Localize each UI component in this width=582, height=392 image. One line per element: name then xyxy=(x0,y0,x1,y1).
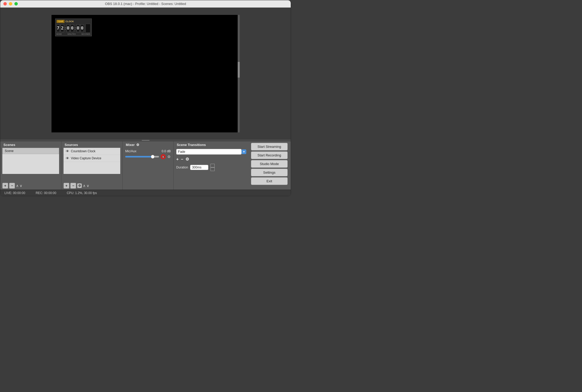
mixer-panel-body: Mic/Aux 0.0 dB 🔇 ⚙ xyxy=(123,148,173,190)
scenes-move-down-button[interactable]: ∨ xyxy=(20,184,22,188)
mute-icon-0: 🔇 xyxy=(162,155,165,158)
sources-move-up-button[interactable]: ∧ xyxy=(83,184,85,188)
scenes-panel-body: Scene xyxy=(0,148,61,182)
clock-bottom-labels: MODE MINUTES SECONDS xyxy=(56,33,90,35)
duration-row: Duration ▲ ▼ xyxy=(176,164,246,171)
sources-panel: Sources 👁 Countdown Clock 👁 Video Captur… xyxy=(61,141,123,190)
start-recording-button[interactable]: Start Recording xyxy=(251,151,288,159)
clock-digit-m1: 0 xyxy=(66,24,70,32)
mixer-settings-icon[interactable]: ⚙ xyxy=(136,143,139,147)
sources-title: Sources xyxy=(65,143,78,147)
mixer-channel-header-0: Mic/Aux 0.0 dB xyxy=(125,149,171,153)
source-item-0[interactable]: 👁 Countdown Clock xyxy=(64,148,120,155)
sources-settings-button[interactable]: ⚙ xyxy=(77,183,82,188)
preview-area: 72HR CLOCK 7 2 : 0 0 : 0 0 xyxy=(0,8,291,139)
mixer-panel-header: Mixer ⚙ xyxy=(123,141,173,148)
transition-select-row: Fade Cut Swipe Slide ▾ xyxy=(176,149,246,155)
rec-status: REC: 00:00:00 xyxy=(36,191,56,195)
eye-icon-0: 👁 xyxy=(66,149,69,153)
scene-item[interactable]: Scene xyxy=(2,148,59,154)
mixer-channel-0: Mic/Aux 0.0 dB 🔇 ⚙ xyxy=(123,148,173,161)
sources-panel-body: 👁 Countdown Clock 👁 Video Capture Device xyxy=(61,148,122,182)
clock-header: 72HR CLOCK xyxy=(56,20,90,23)
scenes-add-button[interactable]: + xyxy=(2,183,8,189)
mixer-volume-slider-0[interactable] xyxy=(125,156,159,157)
panels-row: Scenes Scene + − ∧ ∨ Sources xyxy=(0,141,291,190)
clock-digits: 7 2 : 0 0 : 0 0 xyxy=(56,24,90,33)
sources-toolbar: + − ⚙ ∧ ∨ xyxy=(61,182,122,190)
clock-digit-s1: 0 xyxy=(76,24,80,32)
main-content: 72HR CLOCK 7 2 : 0 0 : 0 0 xyxy=(0,8,291,196)
scenes-remove-button[interactable]: − xyxy=(9,183,15,189)
mixer-slider-row-0: 🔇 ⚙ xyxy=(125,154,171,159)
status-bar: LIVE: 00:00:00 REC: 00:00:00 CPU: 1.2%, … xyxy=(0,190,291,196)
scenes-toolbar: + − ∧ ∨ xyxy=(0,182,61,190)
clock-bottom-seconds: SECONDS xyxy=(81,33,90,35)
mixer-channel-settings-button-0[interactable]: ⚙ xyxy=(167,155,171,159)
source-item-1[interactable]: 👁 Video Capture Device xyxy=(64,155,120,162)
sources-panel-header: Sources xyxy=(61,141,122,148)
select-arrow-icon: ▾ xyxy=(242,149,246,154)
duration-up-button[interactable]: ▲ xyxy=(210,164,215,167)
source-name-0: Countdown Clock xyxy=(71,149,95,153)
eye-icon-1: 👁 xyxy=(66,156,69,160)
bottom-panel: Scenes Scene + − ∧ ∨ Sources xyxy=(0,141,291,196)
clock-digit-m2: 0 xyxy=(70,24,74,32)
window-title: OBS 18.0.1 (mac) - Profile: Untitled - S… xyxy=(105,2,186,6)
clock-digit-s2: 0 xyxy=(80,24,84,32)
start-streaming-button[interactable]: Start Streaming xyxy=(251,143,288,150)
transitions-title: Scene Transitions xyxy=(177,143,206,147)
transitions-remove-button[interactable]: − xyxy=(181,157,183,162)
transition-controls: + − ⚙ xyxy=(176,157,246,162)
duration-label: Duration xyxy=(176,166,188,169)
clock-digit-h1: 7 xyxy=(56,24,60,32)
mixer-channel-db-0: 0.0 dB xyxy=(162,149,171,153)
clock-colon-1: : xyxy=(65,26,66,30)
scenes-panel-header: Scenes xyxy=(0,141,61,148)
sources-add-button[interactable]: + xyxy=(64,183,69,189)
titlebar-buttons xyxy=(3,2,18,5)
transitions-add-button[interactable]: + xyxy=(176,157,179,162)
mixer-channel-name-0: Mic/Aux xyxy=(125,149,136,153)
maximize-button[interactable] xyxy=(14,2,18,5)
preview-wrapper: 72HR CLOCK 7 2 : 0 0 : 0 0 xyxy=(52,15,240,132)
cpu-status: CPU: 1.2%, 30.00 fps xyxy=(67,191,97,195)
clock-colon-2: : xyxy=(75,26,76,30)
source-name-1: Video Capture Device xyxy=(71,156,101,160)
sources-list: 👁 Countdown Clock 👁 Video Capture Device xyxy=(64,148,120,174)
studio-mode-button[interactable]: Studio Mode xyxy=(251,160,288,168)
clock-bottom-minutes: MINUTES xyxy=(67,33,76,35)
clock-screen xyxy=(85,24,90,33)
mute-button-0[interactable]: 🔇 xyxy=(161,154,166,159)
action-buttons: Start Streaming Start Recording Studio M… xyxy=(249,141,291,190)
mixer-title: Mixer xyxy=(126,143,135,147)
duration-input[interactable] xyxy=(190,165,208,170)
clock-bottom-mode: MODE xyxy=(56,33,62,35)
transition-select[interactable]: Fade Cut Swipe Slide xyxy=(176,149,242,155)
preview-canvas[interactable]: 72HR CLOCK 7 2 : 0 0 : 0 0 xyxy=(52,15,240,132)
settings-button[interactable]: Settings xyxy=(251,169,288,176)
clock-badge: 72HR xyxy=(56,20,65,23)
clock-digit-h2: 2 xyxy=(60,24,64,32)
minimize-button[interactable] xyxy=(9,2,12,5)
scenes-panel: Scenes Scene + − ∧ ∨ xyxy=(0,141,61,190)
clock-widget[interactable]: 72HR CLOCK 7 2 : 0 0 : 0 0 xyxy=(55,19,92,36)
close-button[interactable] xyxy=(3,2,7,5)
mixer-panel: Mixer ⚙ Mic/Aux 0.0 dB 🔇 xyxy=(123,141,174,190)
preview-scrollbar[interactable] xyxy=(238,15,240,132)
titlebar: OBS 18.0.1 (mac) - Profile: Untitled - S… xyxy=(0,0,291,8)
scenes-title: Scenes xyxy=(3,143,15,147)
sources-remove-button[interactable]: − xyxy=(70,183,76,189)
duration-spinner: ▲ ▼ xyxy=(210,164,215,171)
transitions-panel: Scene Transitions Fade Cut Swipe Slide ▾… xyxy=(174,141,249,190)
transitions-panel-header: Scene Transitions xyxy=(174,141,249,148)
scenes-move-up-button[interactable]: ∧ xyxy=(16,184,19,188)
live-status: LIVE: 00:00:00 xyxy=(4,191,25,195)
transitions-settings-button[interactable]: ⚙ xyxy=(185,157,189,162)
preview-scrollbar-thumb xyxy=(238,62,240,78)
duration-down-button[interactable]: ▼ xyxy=(210,167,215,171)
exit-button[interactable]: Exit xyxy=(251,177,288,185)
clock-label: CLOCK xyxy=(66,20,74,23)
transitions-body: Fade Cut Swipe Slide ▾ + − ⚙ Duration xyxy=(174,148,249,172)
sources-move-down-button[interactable]: ∨ xyxy=(87,184,89,188)
